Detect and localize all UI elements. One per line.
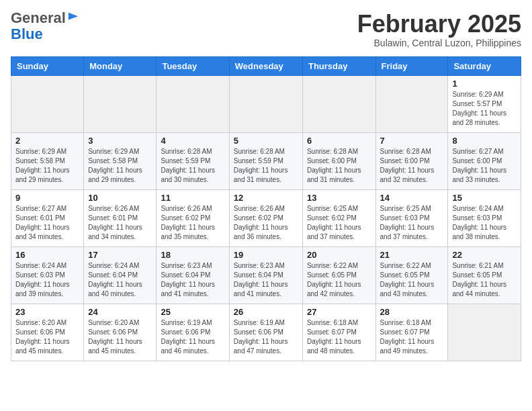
calendar-cell: 10Sunrise: 6:26 AM Sunset: 6:01 PM Dayli… bbox=[84, 189, 157, 246]
calendar-header-row: SundayMondayTuesdayWednesdayThursdayFrid… bbox=[11, 56, 521, 75]
day-number: 20 bbox=[307, 250, 371, 260]
calendar-cell bbox=[84, 75, 157, 132]
day-info: Sunrise: 6:28 AM Sunset: 5:59 PM Dayligh… bbox=[234, 147, 298, 185]
calendar-cell: 28Sunrise: 6:18 AM Sunset: 6:07 PM Dayli… bbox=[375, 304, 448, 361]
day-number: 16 bbox=[15, 250, 79, 260]
day-number: 18 bbox=[161, 250, 224, 260]
col-header-wednesday: Wednesday bbox=[229, 56, 302, 75]
day-number: 15 bbox=[452, 193, 517, 203]
month-title: February 2025 bbox=[357, 11, 521, 38]
calendar-cell bbox=[157, 75, 229, 132]
day-number: 11 bbox=[161, 193, 224, 203]
day-number: 24 bbox=[88, 307, 152, 317]
day-number: 12 bbox=[234, 193, 298, 203]
calendar-cell: 21Sunrise: 6:22 AM Sunset: 6:05 PM Dayli… bbox=[375, 246, 448, 304]
col-header-tuesday: Tuesday bbox=[157, 56, 229, 75]
calendar-cell: 14Sunrise: 6:25 AM Sunset: 6:03 PM Dayli… bbox=[375, 189, 448, 246]
day-number: 25 bbox=[161, 307, 224, 317]
day-number: 22 bbox=[452, 250, 517, 260]
calendar-cell: 6Sunrise: 6:28 AM Sunset: 6:00 PM Daylig… bbox=[302, 132, 375, 189]
location-text: Bulawin, Central Luzon, Philippines bbox=[357, 38, 521, 48]
day-number: 4 bbox=[161, 136, 224, 146]
calendar-cell: 23Sunrise: 6:20 AM Sunset: 6:06 PM Dayli… bbox=[11, 304, 84, 361]
calendar-week-row: 16Sunrise: 6:24 AM Sunset: 6:03 PM Dayli… bbox=[11, 246, 521, 304]
day-info: Sunrise: 6:21 AM Sunset: 6:05 PM Dayligh… bbox=[452, 261, 517, 299]
calendar-cell: 27Sunrise: 6:18 AM Sunset: 6:07 PM Dayli… bbox=[302, 304, 375, 361]
calendar-cell: 7Sunrise: 6:28 AM Sunset: 6:00 PM Daylig… bbox=[375, 132, 448, 189]
day-info: Sunrise: 6:19 AM Sunset: 6:06 PM Dayligh… bbox=[234, 318, 298, 356]
calendar-week-row: 2Sunrise: 6:29 AM Sunset: 5:58 PM Daylig… bbox=[11, 132, 521, 189]
logo: General Blue bbox=[11, 11, 79, 43]
day-number: 23 bbox=[15, 307, 79, 317]
day-info: Sunrise: 6:26 AM Sunset: 6:01 PM Dayligh… bbox=[88, 204, 152, 242]
day-number: 13 bbox=[307, 193, 371, 203]
day-info: Sunrise: 6:19 AM Sunset: 6:06 PM Dayligh… bbox=[161, 318, 224, 356]
day-info: Sunrise: 6:28 AM Sunset: 6:00 PM Dayligh… bbox=[307, 147, 371, 185]
calendar-cell: 13Sunrise: 6:25 AM Sunset: 6:02 PM Dayli… bbox=[302, 189, 375, 246]
day-info: Sunrise: 6:18 AM Sunset: 6:07 PM Dayligh… bbox=[380, 318, 444, 356]
calendar-cell: 8Sunrise: 6:27 AM Sunset: 6:00 PM Daylig… bbox=[448, 132, 521, 189]
calendar-cell: 15Sunrise: 6:24 AM Sunset: 6:03 PM Dayli… bbox=[448, 189, 521, 246]
col-header-monday: Monday bbox=[84, 56, 157, 75]
day-number: 3 bbox=[88, 136, 152, 146]
day-number: 9 bbox=[15, 193, 79, 203]
day-number: 1 bbox=[452, 79, 517, 89]
col-header-friday: Friday bbox=[375, 56, 448, 75]
calendar-cell: 1Sunrise: 6:29 AM Sunset: 5:57 PM Daylig… bbox=[448, 75, 521, 132]
logo-flag-icon bbox=[67, 11, 79, 24]
day-number: 8 bbox=[452, 136, 517, 146]
calendar-cell: 5Sunrise: 6:28 AM Sunset: 5:59 PM Daylig… bbox=[229, 132, 302, 189]
day-number: 19 bbox=[234, 250, 298, 260]
col-header-sunday: Sunday bbox=[11, 56, 84, 75]
calendar-cell: 22Sunrise: 6:21 AM Sunset: 6:05 PM Dayli… bbox=[448, 246, 521, 304]
calendar-cell: 19Sunrise: 6:23 AM Sunset: 6:04 PM Dayli… bbox=[229, 246, 302, 304]
day-info: Sunrise: 6:24 AM Sunset: 6:03 PM Dayligh… bbox=[15, 261, 79, 299]
calendar-week-row: 23Sunrise: 6:20 AM Sunset: 6:06 PM Dayli… bbox=[11, 304, 521, 361]
day-number: 26 bbox=[234, 307, 298, 317]
calendar-cell: 12Sunrise: 6:26 AM Sunset: 6:02 PM Dayli… bbox=[229, 189, 302, 246]
day-info: Sunrise: 6:27 AM Sunset: 6:01 PM Dayligh… bbox=[15, 204, 79, 242]
calendar-cell: 9Sunrise: 6:27 AM Sunset: 6:01 PM Daylig… bbox=[11, 189, 84, 246]
calendar-cell bbox=[302, 75, 375, 132]
calendar-cell bbox=[229, 75, 302, 132]
calendar-cell: 17Sunrise: 6:24 AM Sunset: 6:04 PM Dayli… bbox=[84, 246, 157, 304]
day-number: 7 bbox=[380, 136, 444, 146]
day-number: 27 bbox=[307, 307, 371, 317]
day-info: Sunrise: 6:29 AM Sunset: 5:57 PM Dayligh… bbox=[452, 90, 517, 128]
day-info: Sunrise: 6:24 AM Sunset: 6:03 PM Dayligh… bbox=[452, 204, 517, 242]
calendar-cell: 18Sunrise: 6:23 AM Sunset: 6:04 PM Dayli… bbox=[157, 246, 229, 304]
calendar-cell: 16Sunrise: 6:24 AM Sunset: 6:03 PM Dayli… bbox=[11, 246, 84, 304]
day-number: 6 bbox=[307, 136, 371, 146]
day-info: Sunrise: 6:26 AM Sunset: 6:02 PM Dayligh… bbox=[234, 204, 298, 242]
day-number: 17 bbox=[88, 250, 152, 260]
day-info: Sunrise: 6:28 AM Sunset: 5:59 PM Dayligh… bbox=[161, 147, 224, 185]
calendar-cell: 24Sunrise: 6:20 AM Sunset: 6:06 PM Dayli… bbox=[84, 304, 157, 361]
day-number: 21 bbox=[380, 250, 444, 260]
day-info: Sunrise: 6:23 AM Sunset: 6:04 PM Dayligh… bbox=[161, 261, 224, 299]
page-header: General Blue February 2025 Bulawin, Cent… bbox=[11, 11, 521, 48]
title-area: February 2025 Bulawin, Central Luzon, Ph… bbox=[357, 11, 521, 48]
day-info: Sunrise: 6:25 AM Sunset: 6:02 PM Dayligh… bbox=[307, 204, 371, 242]
calendar-cell: 11Sunrise: 6:26 AM Sunset: 6:02 PM Dayli… bbox=[157, 189, 229, 246]
calendar-cell: 25Sunrise: 6:19 AM Sunset: 6:06 PM Dayli… bbox=[157, 304, 229, 361]
calendar-cell: 2Sunrise: 6:29 AM Sunset: 5:58 PM Daylig… bbox=[11, 132, 84, 189]
calendar-week-row: 1Sunrise: 6:29 AM Sunset: 5:57 PM Daylig… bbox=[11, 75, 521, 132]
calendar-cell bbox=[375, 75, 448, 132]
day-number: 5 bbox=[234, 136, 298, 146]
col-header-saturday: Saturday bbox=[448, 56, 521, 75]
day-number: 14 bbox=[380, 193, 444, 203]
day-info: Sunrise: 6:24 AM Sunset: 6:04 PM Dayligh… bbox=[88, 261, 152, 299]
calendar-week-row: 9Sunrise: 6:27 AM Sunset: 6:01 PM Daylig… bbox=[11, 189, 521, 246]
day-info: Sunrise: 6:29 AM Sunset: 5:58 PM Dayligh… bbox=[15, 147, 79, 185]
day-info: Sunrise: 6:18 AM Sunset: 6:07 PM Dayligh… bbox=[307, 318, 371, 356]
day-info: Sunrise: 6:25 AM Sunset: 6:03 PM Dayligh… bbox=[380, 204, 444, 242]
day-info: Sunrise: 6:29 AM Sunset: 5:58 PM Dayligh… bbox=[88, 147, 152, 185]
day-number: 2 bbox=[15, 136, 79, 146]
day-info: Sunrise: 6:27 AM Sunset: 6:00 PM Dayligh… bbox=[452, 147, 517, 185]
calendar-cell: 3Sunrise: 6:29 AM Sunset: 5:58 PM Daylig… bbox=[84, 132, 157, 189]
day-info: Sunrise: 6:22 AM Sunset: 6:05 PM Dayligh… bbox=[307, 261, 371, 299]
day-number: 28 bbox=[380, 307, 444, 317]
day-number: 10 bbox=[88, 193, 152, 203]
day-info: Sunrise: 6:28 AM Sunset: 6:00 PM Dayligh… bbox=[380, 147, 444, 185]
col-header-thursday: Thursday bbox=[302, 56, 375, 75]
